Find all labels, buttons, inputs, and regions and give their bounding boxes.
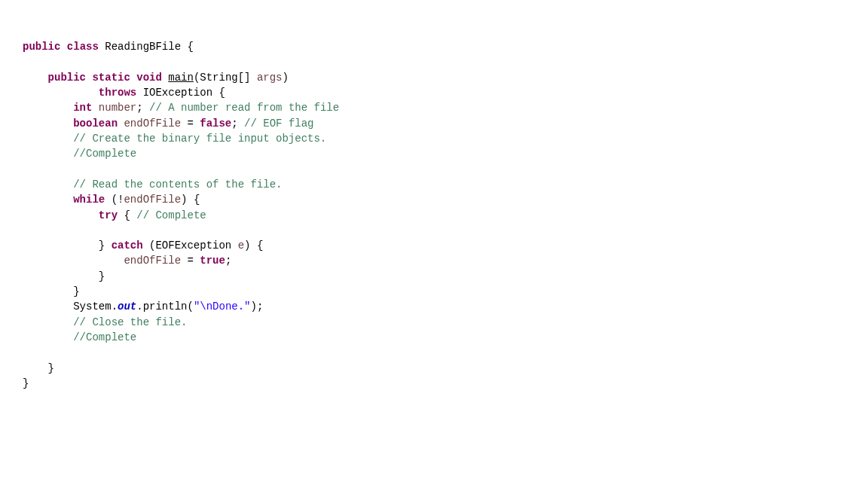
- params-close: ): [283, 72, 289, 84]
- var-endoffile: endOfFile: [118, 117, 181, 130]
- type-boolean: boolean: [73, 117, 118, 130]
- brace-close: }: [23, 377, 29, 389]
- comment: // Create the binary file input objects.: [73, 133, 326, 145]
- params-open: (String[]: [194, 72, 257, 84]
- param-e: e: [238, 239, 244, 252]
- punct: ;: [231, 117, 244, 130]
- keyword-while: while: [73, 194, 105, 206]
- comment: // A number read from the file: [149, 102, 339, 114]
- keyword-try: try: [99, 209, 118, 221]
- throws-clause: IOException {: [136, 87, 225, 99]
- keyword-void: void: [136, 72, 162, 84]
- method-main: main: [168, 72, 194, 84]
- eq: =: [181, 255, 200, 267]
- brace-close: }: [99, 270, 105, 282]
- static-out: out: [118, 300, 136, 313]
- try-open: {: [118, 209, 136, 221]
- var-endoffile: endOfFile: [124, 194, 181, 206]
- keyword-throws: throws: [99, 87, 136, 99]
- literal-true: true: [200, 255, 225, 267]
- brace-close: }: [73, 285, 79, 297]
- system: System.: [73, 300, 118, 313]
- keyword-static: static: [92, 72, 130, 84]
- brace-close: }: [48, 362, 54, 374]
- punct: ;: [136, 102, 149, 114]
- literal-false: false: [200, 117, 231, 130]
- param-args: args: [257, 72, 283, 84]
- punct: ;: [225, 255, 231, 267]
- string-literal: "\nDone.": [194, 300, 251, 313]
- comment: // EOF flag: [244, 117, 313, 130]
- var-endoffile: endOfFile: [124, 255, 181, 267]
- keyword-public: public: [48, 72, 86, 84]
- type-int: int: [73, 102, 92, 114]
- keyword-class: class: [67, 41, 99, 53]
- comment: //Complete: [73, 331, 136, 343]
- code-editor: public class ReadingBFile { public stati…: [0, 0, 868, 415]
- comment: // Read the contents of the file.: [73, 178, 282, 191]
- while-open: (!: [105, 194, 124, 206]
- brace-close: }: [99, 239, 112, 252]
- println: .println(: [136, 300, 194, 313]
- comment: // Complete: [136, 209, 206, 221]
- keyword-public: public: [23, 41, 60, 53]
- comment: // Close the file.: [73, 316, 187, 328]
- while-close: ) {: [181, 194, 200, 206]
- keyword-catch: catch: [112, 239, 143, 252]
- brace: {: [181, 41, 194, 53]
- eq: =: [181, 117, 200, 130]
- close: );: [251, 300, 264, 313]
- catch-open: (EOFException: [143, 239, 238, 252]
- comment: //Complete: [73, 148, 136, 160]
- catch-close: ) {: [244, 239, 263, 252]
- var-number: number: [92, 102, 136, 114]
- class-name: ReadingBFile: [105, 41, 181, 53]
